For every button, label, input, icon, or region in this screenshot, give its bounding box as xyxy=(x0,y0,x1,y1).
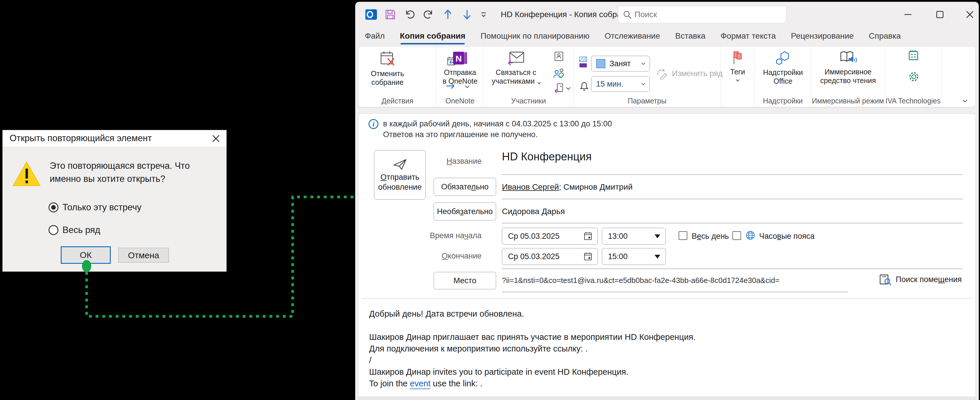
undo-icon[interactable] xyxy=(402,6,417,23)
busy-status-icon xyxy=(578,56,588,73)
calendar-icon[interactable] xyxy=(583,252,593,262)
radio-selected-icon[interactable] xyxy=(49,202,59,212)
end-date-field[interactable]: Ср 05.03.2025 xyxy=(502,248,598,265)
responses-chevron[interactable] xyxy=(566,86,571,90)
iva-calendar-icon[interactable] xyxy=(907,49,920,63)
dialog-body: Это повторяющаяся встреча. Что именно вы… xyxy=(3,146,226,271)
dropdown-arrow-icon[interactable] xyxy=(654,255,660,259)
hexagons-icon xyxy=(775,50,791,66)
envelope-icon xyxy=(506,50,525,66)
end-time-field[interactable]: 15:00 xyxy=(602,248,666,265)
infobar: i в каждый рабочий день, начиная с 04.03… xyxy=(369,119,612,140)
radio-unselected-icon[interactable] xyxy=(49,225,59,235)
room-finder-button[interactable]: Поиск помещения xyxy=(878,273,962,286)
optional-button[interactable]: Необязательно xyxy=(434,202,496,221)
tab-meeting-copy[interactable]: Копия собрания xyxy=(400,32,466,41)
calendar-x-icon xyxy=(379,50,396,67)
tab-insert[interactable]: Вставка xyxy=(675,32,705,41)
close-button[interactable] xyxy=(963,8,977,21)
all-day-label[interactable]: Весь день xyxy=(692,232,729,241)
recurring-item-dialog: Открыть повторяющийся элемент Это повтор… xyxy=(2,130,227,271)
body-line: To join the event use the link: . xyxy=(369,379,482,388)
timezone-checkbox[interactable] xyxy=(732,231,741,240)
redo-icon[interactable] xyxy=(421,6,436,23)
search-placeholder: Поиск xyxy=(635,10,657,19)
save-icon[interactable] xyxy=(383,6,398,23)
cancel-meeting-button[interactable]: Отменитьсобрание xyxy=(371,50,404,87)
move-up-icon[interactable] xyxy=(440,6,455,23)
tab-help[interactable]: Справка xyxy=(869,32,901,41)
ok-button[interactable]: ОК xyxy=(61,246,111,264)
dialog-titlebar: Открыть повторяющийся элемент xyxy=(3,130,226,146)
svg-text:N: N xyxy=(455,54,462,63)
body-line: Добрый день! Дата встречи обновлена. xyxy=(369,309,524,319)
bottom-strip xyxy=(359,397,975,400)
body-line: Шакиров Динар приглашает вас принять уча… xyxy=(369,332,695,342)
ribbon-tail xyxy=(942,46,975,107)
minimize-button[interactable] xyxy=(901,8,915,21)
ribbon: Отменитьсобрание Действия xyxy=(358,46,976,107)
event-link[interactable]: event xyxy=(410,379,430,389)
room-finder-icon xyxy=(878,273,892,286)
onenote-icon: N xyxy=(452,50,468,66)
ribbon-group-iva: IVA Technologies xyxy=(885,46,942,107)
body-line: Шакиров Динар invites you to participate… xyxy=(369,367,628,377)
edit-series-icon xyxy=(655,67,669,79)
tab-format-text[interactable]: Формат текста xyxy=(721,32,776,41)
show-as-dropdown[interactable]: Занят xyxy=(591,56,650,71)
ribbon-group-immersive: Иммерсивноесредство чтения Иммерсивный р… xyxy=(811,46,885,107)
dialog-title: Открыть повторяющийся элемент xyxy=(10,133,152,143)
busy-color-swatch xyxy=(596,59,605,68)
reminder-dropdown[interactable]: 15 мин. xyxy=(591,76,650,92)
close-icon[interactable] xyxy=(211,133,221,143)
immersive-reader-button[interactable]: Иммерсивноесредство чтения xyxy=(819,50,877,85)
title-value[interactable]: HD Конференция xyxy=(502,151,592,163)
reminder-bell-icon xyxy=(578,79,590,94)
timezone-label[interactable]: Часовые пояса xyxy=(759,232,815,241)
flag-icon xyxy=(731,50,744,66)
office-addins-button[interactable]: НадстройкиOffice xyxy=(760,50,806,86)
infobar-recurrence: в каждый рабочий день, начиная с 04.03.2… xyxy=(383,119,612,129)
tags-button[interactable]: Теги xyxy=(727,50,749,81)
infobar-responses: Ответов на это приглашение не получено. xyxy=(383,129,612,140)
calendar-icon[interactable] xyxy=(583,231,593,241)
start-time-field[interactable]: 13:00 xyxy=(602,228,666,244)
responses-icon[interactable] xyxy=(554,83,565,95)
dropdown-arrow-icon[interactable] xyxy=(654,235,660,238)
body-line: Для подключения к мероприятию используйт… xyxy=(369,344,588,354)
radio-open-series[interactable]: Весь ряд xyxy=(49,225,100,235)
contact-card-icon[interactable] xyxy=(554,51,565,63)
collapse-ribbon-chevron[interactable] xyxy=(963,98,967,103)
add-attendee-icon[interactable] xyxy=(553,67,566,80)
required-value[interactable]: Иванов Сергей; Смирнов Дмитрий xyxy=(502,183,633,192)
optional-value[interactable]: Сидорова Дарья xyxy=(502,207,565,216)
tab-tracking[interactable]: Отслеживание xyxy=(605,32,660,41)
immersive-reader-icon xyxy=(839,50,857,66)
iva-settings-gear-icon[interactable] xyxy=(907,70,920,84)
location-button[interactable]: Место xyxy=(434,272,496,289)
tab-scheduling-assistant[interactable]: Помощник по планированию xyxy=(480,32,589,41)
tab-review[interactable]: Рецензирование xyxy=(791,32,854,41)
meeting-form: i в каждый рабочий день, начиная с 04.03… xyxy=(358,114,976,400)
location-value[interactable]: ?ii=1&nsti=0&co=test1@iva.ru&ct=e5db0bac… xyxy=(502,276,780,285)
qat-customize-icon[interactable] xyxy=(479,6,488,23)
attendee-link[interactable]: Иванов Сергей; xyxy=(502,183,561,191)
ribbon-group-actions: Отменитьсобрание Действия xyxy=(359,46,436,107)
send-to-onenote-button[interactable]: N Отправкав OneNote xyxy=(441,50,479,86)
ribbon-group-attendees: Связаться сучастниками xyxy=(484,46,574,107)
contact-attendees-button[interactable]: Связаться сучастниками xyxy=(492,50,540,86)
send-update-button[interactable]: Отправитьобновление xyxy=(374,150,426,200)
title-label: Название xyxy=(420,157,482,166)
maximize-button[interactable] xyxy=(933,8,947,21)
move-down-icon[interactable] xyxy=(460,6,475,23)
cancel-button[interactable]: Отмена xyxy=(118,248,169,263)
search-input[interactable]: Поиск xyxy=(618,6,786,23)
start-date-field[interactable]: Ср 05.03.2025 xyxy=(502,228,598,244)
tab-file[interactable]: Файл xyxy=(365,32,385,41)
required-button[interactable]: Обязательно xyxy=(434,178,496,196)
outlook-app-icon xyxy=(364,6,379,23)
body-line: / xyxy=(369,356,371,365)
radio-open-occurrence[interactable]: Только эту встречу xyxy=(49,202,142,213)
all-day-checkbox[interactable] xyxy=(679,231,687,240)
edit-series-button: Изменить ряд xyxy=(655,67,722,79)
